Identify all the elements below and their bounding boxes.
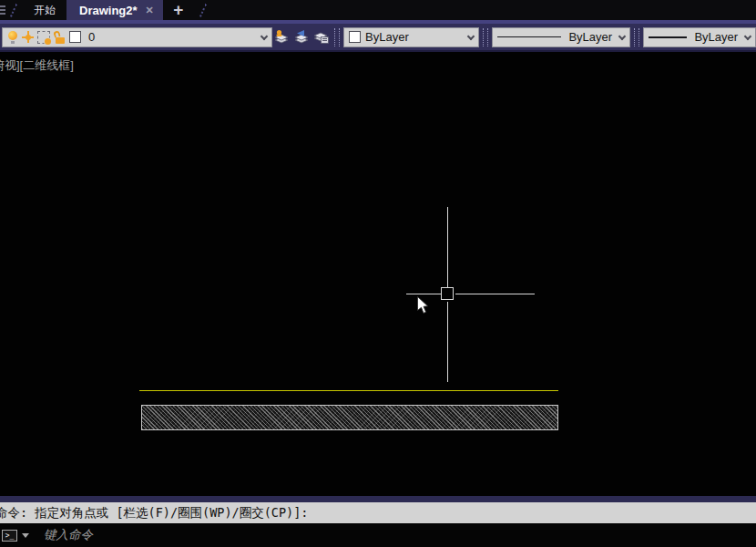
- lineweight-sample: [649, 36, 687, 38]
- toolbar-grip-handle[interactable]: [634, 28, 639, 46]
- color-value: ByLayer: [365, 30, 409, 44]
- lineweight-value: ByLayer: [694, 30, 738, 44]
- current-layer-name: 0: [88, 30, 95, 44]
- command-prompt-icon[interactable]: >_: [2, 530, 17, 542]
- slash-divider-icon: [199, 4, 207, 17]
- chevron-down-icon[interactable]: [260, 32, 267, 39]
- close-icon[interactable]: ✕: [146, 5, 154, 16]
- unlock-icon[interactable]: [54, 31, 66, 44]
- model-space-canvas[interactable]: 俯视][二维线框]: [0, 54, 756, 496]
- chevron-down-icon[interactable]: [618, 32, 626, 39]
- crosshair-horizontal-right: [455, 294, 535, 294]
- command-prompt-line[interactable]: 命令: 指定对角点或 [栏选(F)/圈围(WP)/圈交(CP)]:: [0, 502, 756, 523]
- tab-drawing2[interactable]: Drawing2* ✕: [66, 0, 163, 20]
- new-tab-button[interactable]: +: [163, 0, 194, 20]
- layer-properties-button[interactable]: [312, 26, 331, 48]
- linetype-dropdown[interactable]: ByLayer: [492, 27, 630, 47]
- layer-previous-button[interactable]: [292, 26, 311, 48]
- command-prompt-text: 命令: 指定对角点或 [栏选(F)/圈围(WP)/圈交(CP)]:: [0, 505, 308, 521]
- command-input-row[interactable]: >_ 键入命令: [0, 523, 756, 547]
- hatch-object[interactable]: [141, 405, 558, 430]
- layers-properties-toolbar: 0: [0, 24, 756, 52]
- layer-stack-previous-icon: [293, 29, 311, 45]
- yellow-polyline-object[interactable]: [139, 390, 558, 391]
- pickbox: [441, 287, 454, 300]
- recent-commands-dropdown-icon[interactable]: [22, 533, 29, 538]
- layer-thaw-sun-icon[interactable]: [22, 31, 34, 43]
- command-input-hint: 键入命令: [44, 527, 93, 543]
- crosshair-horizontal-left: [406, 294, 441, 294]
- crosshair-vertical-bottom: [447, 302, 448, 382]
- tab-start-label: 开始: [34, 3, 56, 18]
- chevron-down-icon[interactable]: [744, 32, 751, 39]
- command-window-separator[interactable]: [0, 496, 756, 502]
- make-object-layer-current-button[interactable]: [273, 26, 291, 48]
- tab-drawing2-label: Drawing2*: [79, 4, 138, 17]
- linetype-sample: [497, 36, 561, 37]
- layer-color-swatch: [69, 31, 81, 43]
- mouse-cursor-icon: [417, 296, 431, 315]
- plus-icon: +: [173, 0, 183, 20]
- object-color-dropdown[interactable]: ByLayer: [343, 27, 479, 47]
- layer-dropdown[interactable]: 0: [2, 27, 272, 47]
- cad-window: 开始 Drawing2* ✕ + 0: [0, 0, 756, 547]
- color-swatch: [349, 31, 361, 43]
- toolbar-grip-handle[interactable]: [334, 28, 340, 46]
- viewport-freeze-icon[interactable]: [37, 31, 50, 44]
- viewport-controls-label[interactable]: 俯视][二维线框]: [0, 57, 74, 74]
- menu-grip-icon[interactable]: [0, 4, 5, 16]
- lineweight-dropdown[interactable]: ByLayer: [643, 27, 756, 47]
- linetype-value: ByLayer: [568, 30, 612, 44]
- crosshair-vertical-top: [447, 207, 448, 287]
- tab-start[interactable]: 开始: [23, 0, 66, 20]
- layer-stack-current-icon: [273, 29, 291, 45]
- toolbar-grip-handle[interactable]: [483, 28, 488, 46]
- chevron-down-icon[interactable]: [467, 32, 475, 39]
- slash-divider-icon: [10, 4, 17, 17]
- layer-on-bulb-icon[interactable]: [7, 31, 18, 44]
- file-tab-bar: 开始 Drawing2* ✕ +: [0, 0, 756, 20]
- layer-stack-properties-icon: [312, 29, 330, 45]
